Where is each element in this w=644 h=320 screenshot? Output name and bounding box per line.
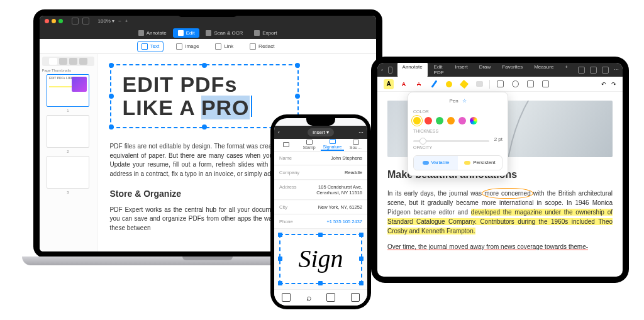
maximize-icon[interactable] <box>58 19 63 23</box>
tool-link[interactable]: Link <box>211 41 237 52</box>
ipad-document[interactable]: Pen ☆ COLOR THICKNESS 2 pt OPACITY <box>377 92 623 277</box>
tab-annotate[interactable]: Annotate <box>133 28 172 38</box>
field-name[interactable]: NameJohn Stephens <box>274 152 367 165</box>
tab-scan-ocr[interactable]: Scan & OCR <box>201 28 248 38</box>
article-paragraph-1[interactable]: In its early days, the journal was more … <box>387 189 613 236</box>
opacity-persistent[interactable]: Persistent <box>458 156 502 170</box>
tool-text[interactable]: Text <box>137 41 164 52</box>
traffic-lights[interactable] <box>45 19 63 23</box>
underline-tool[interactable]: A <box>399 79 409 89</box>
color-orange[interactable] <box>447 117 455 124</box>
insert-dropdown[interactable]: Insert ▾ <box>308 128 334 136</box>
eraser-tool[interactable] <box>474 79 484 89</box>
tab-sound[interactable]: Sou… <box>344 139 367 150</box>
outline-tab-icon[interactable] <box>59 58 67 65</box>
tab-signature[interactable]: Signature <box>321 139 344 150</box>
favorite-star-icon[interactable]: ☆ <box>462 97 467 105</box>
text-tool[interactable] <box>495 79 505 89</box>
sidebar-view-tabs[interactable] <box>42 57 94 66</box>
layout-icon[interactable] <box>82 18 89 25</box>
sidebar-toggle-icon[interactable] <box>72 18 79 25</box>
undo-icon[interactable]: ↶ <box>601 81 606 87</box>
shape-tool[interactable] <box>510 79 520 89</box>
zoom-control[interactable]: 100% ▾ − + <box>98 18 128 24</box>
tool-redact[interactable]: Redact <box>246 41 278 52</box>
text-edit-selection[interactable]: EDIT PDFs LIKE A PRO <box>110 64 299 128</box>
tab-annotate[interactable]: Annotate <box>397 63 428 77</box>
tab-insert[interactable]: Insert <box>450 63 473 77</box>
more-icon[interactable]: ⋯ <box>358 130 364 135</box>
resize-handle[interactable] <box>295 94 300 99</box>
redo-icon[interactable]: ↷ <box>611 81 616 87</box>
close-icon[interactable] <box>45 19 49 23</box>
annotations-tab-icon[interactable] <box>79 58 87 65</box>
color-green[interactable] <box>436 117 443 124</box>
field-company[interactable]: CompanyReaddle <box>274 166 367 180</box>
resize-handle[interactable] <box>359 257 364 261</box>
underlined-annotation[interactable]: Over time, the journal moved away from n… <box>387 243 588 250</box>
text-settings-icon[interactable] <box>602 67 609 74</box>
field-phone[interactable]: Phone+1 535 105 2437 <box>274 215 367 229</box>
thumbnails-icon[interactable] <box>282 293 291 302</box>
search-icon[interactable] <box>578 67 585 74</box>
resize-handle[interactable] <box>278 281 282 285</box>
color-custom[interactable] <box>470 117 477 124</box>
resize-handle[interactable] <box>359 281 364 285</box>
bookmark-icon[interactable] <box>351 293 360 302</box>
bookmarks-tab-icon[interactable] <box>69 58 77 65</box>
color-yellow[interactable] <box>413 117 421 124</box>
opacity-variable[interactable]: Variable <box>414 156 458 170</box>
note-tool[interactable] <box>540 79 550 89</box>
thumbnails-tab-icon[interactable] <box>49 58 57 65</box>
slider-knob[interactable] <box>419 138 426 145</box>
resize-handle[interactable] <box>359 233 364 237</box>
highlighter-tool[interactable]: A <box>384 79 394 89</box>
resize-handle[interactable] <box>109 124 114 130</box>
minimize-icon[interactable] <box>52 19 56 23</box>
tab-edit-pdf[interactable]: Edit PDF <box>429 63 449 77</box>
page-thumbnail-1[interactable]: EDIT PDFs LIKE A PRO <box>47 74 89 107</box>
resize-handle[interactable] <box>202 124 207 130</box>
resize-handle[interactable] <box>202 63 207 68</box>
bookmark-icon[interactable] <box>590 67 597 74</box>
tab-edit[interactable]: Edit <box>173 28 200 38</box>
grid-icon[interactable] <box>388 67 392 74</box>
tab-draw[interactable]: Draw <box>474 63 496 77</box>
tab-measure[interactable]: Measure <box>529 63 558 77</box>
back-icon[interactable]: ‹ <box>381 67 383 73</box>
tool-image[interactable]: Image <box>172 41 203 52</box>
pencil-tool[interactable] <box>459 79 469 89</box>
marker-tool[interactable] <box>444 79 454 89</box>
zoom-value[interactable]: 100% ▾ <box>98 18 115 24</box>
thickness-slider[interactable] <box>413 140 489 142</box>
reader-icon[interactable] <box>326 293 335 302</box>
tab-stamp[interactable]: Stamp <box>297 139 321 150</box>
resize-handle[interactable] <box>109 94 114 99</box>
zoom-in-icon[interactable]: + <box>125 18 128 24</box>
signature-box[interactable]: Sign <box>279 234 362 284</box>
add-tab-icon[interactable]: + <box>560 63 573 77</box>
strikethrough-tool[interactable]: A <box>414 79 424 89</box>
tab-favorites[interactable]: Favorites <box>497 63 528 77</box>
resize-handle[interactable] <box>278 257 282 261</box>
stamp-tool[interactable] <box>525 79 535 89</box>
field-address[interactable]: Address105 Cendehurst Ave, Cerarhurst, N… <box>274 180 367 200</box>
more-icon[interactable]: ⋯ <box>614 67 619 74</box>
zoom-out-icon[interactable]: − <box>118 18 121 24</box>
circled-annotation[interactable]: more concerned <box>484 190 531 197</box>
color-red[interactable] <box>425 117 432 124</box>
tab-checkbox[interactable] <box>274 139 297 150</box>
page-thumbnail-2[interactable] <box>47 115 89 148</box>
doc-heading[interactable]: EDIT PDFs LIKE A PRO <box>123 73 286 119</box>
field-city[interactable]: CityNew York, NY, 61252 <box>274 201 367 214</box>
resize-handle[interactable] <box>295 63 300 68</box>
back-icon[interactable]: ‹ <box>278 130 280 135</box>
pen-tool[interactable] <box>429 79 439 89</box>
page-thumbnail-3[interactable] <box>47 156 89 189</box>
resize-handle[interactable] <box>109 63 114 68</box>
resize-handle[interactable] <box>318 233 323 237</box>
tab-export[interactable]: Export <box>249 28 282 38</box>
resize-handle[interactable] <box>278 233 282 237</box>
color-pink[interactable] <box>458 117 466 124</box>
article-paragraph-2[interactable]: Over time, the journal moved away from n… <box>387 242 613 251</box>
